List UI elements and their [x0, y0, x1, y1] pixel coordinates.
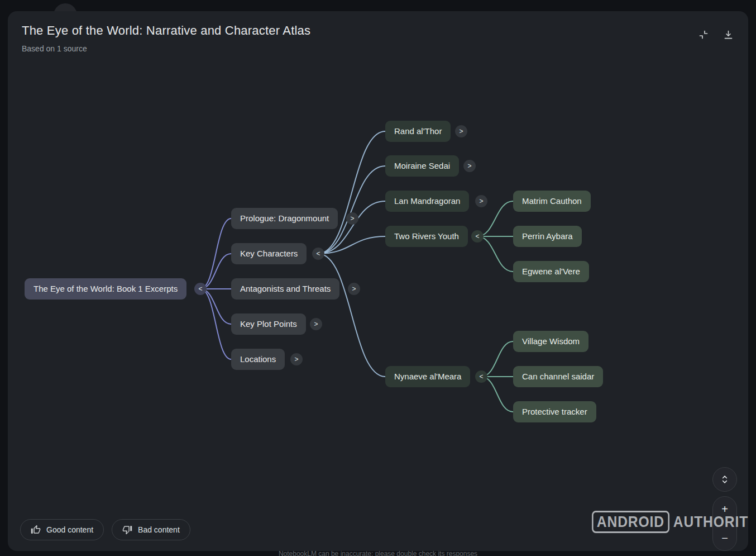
- edge-tworivers-egwene: [477, 236, 513, 272]
- mindmap-node-moiraine[interactable]: Moiraine Sedai: [385, 155, 459, 177]
- download-icon: [722, 29, 734, 41]
- edge-keychar-tworivers: [318, 236, 385, 254]
- mindmap-node-lan[interactable]: Lan Mandragoran: [385, 191, 469, 212]
- mindmap-node-egwene[interactable]: Egwene al'Vere: [513, 261, 589, 282]
- mindmap-node-antag[interactable]: Antagonists and Threats: [231, 278, 339, 300]
- collapse-view-button[interactable]: [697, 28, 710, 41]
- expand-toggle-antag[interactable]: >: [348, 283, 360, 295]
- collapse-toggle-root[interactable]: <: [194, 283, 207, 295]
- thumbs-up-icon: [31, 525, 41, 535]
- bad-content-label: Bad content: [138, 525, 180, 534]
- expand-toggle-lan[interactable]: >: [475, 195, 487, 207]
- mindmap-node-rand[interactable]: Rand al'Thor: [385, 121, 451, 142]
- expand-toggle-rand[interactable]: >: [455, 125, 467, 137]
- mindmap-node-nynaeve[interactable]: Nynaeve al'Meara: [385, 366, 470, 387]
- zoom-out-button[interactable]: −: [721, 533, 728, 544]
- source-count-label: Based on 1 source: [22, 44, 310, 53]
- good-content-button[interactable]: Good content: [20, 519, 104, 540]
- edge-keychar-rand: [318, 131, 385, 254]
- mindmap-node-tracker[interactable]: Protective tracker: [513, 401, 596, 422]
- feedback-bar: Good content Bad content: [20, 519, 190, 540]
- good-content-label: Good content: [46, 525, 93, 534]
- mindmap-node-matrim[interactable]: Matrim Cauthon: [513, 191, 591, 212]
- expand-toggle-prologue[interactable]: >: [346, 212, 358, 225]
- collapse-toggle-keychar[interactable]: <: [312, 248, 324, 260]
- disclaimer-text: NotebookLM can be inaccurate; please dou…: [279, 550, 477, 556]
- zoom-controls: + −: [712, 496, 737, 551]
- bad-content-button[interactable]: Bad content: [112, 519, 190, 540]
- collapse-icon: [698, 29, 709, 40]
- collapse-toggle-nynaeve[interactable]: <: [475, 370, 487, 383]
- expand-toggle-keyplot[interactable]: >: [310, 318, 322, 330]
- zoom-in-button[interactable]: +: [721, 503, 728, 515]
- edge-keychar-nynaeve: [318, 254, 385, 377]
- mindmap-node-keychar[interactable]: Key Characters: [231, 243, 307, 264]
- expand-toggle-moiraine[interactable]: >: [463, 160, 476, 172]
- unfold-icon: [719, 474, 730, 485]
- edge-root-locations: [200, 289, 231, 359]
- mindmap-node-locations[interactable]: Locations: [231, 349, 285, 370]
- edge-root-keyplot: [200, 289, 231, 324]
- mindmap-node-prologue[interactable]: Prologue: Dragonmount: [231, 208, 338, 229]
- page-title: The Eye of the World: Narrative and Char…: [22, 23, 310, 38]
- thumbs-down-icon: [122, 525, 132, 535]
- edge-root-prologue: [200, 218, 231, 289]
- edge-nynaeve-village: [481, 341, 513, 377]
- mindmap-canvas[interactable]: The Eye of the World: Book 1 Excerpts<Pr…: [8, 11, 748, 551]
- header-toolbar: [697, 28, 735, 41]
- edge-nynaeve-tracker: [481, 377, 513, 412]
- header: The Eye of the World: Narrative and Char…: [22, 23, 310, 53]
- fit-view-button[interactable]: [712, 467, 737, 492]
- mindmap-node-keyplot[interactable]: Key Plot Points: [231, 313, 306, 335]
- mindmap-node-saidar[interactable]: Can channel saidar: [513, 366, 603, 387]
- collapse-toggle-tworivers[interactable]: <: [471, 230, 484, 243]
- download-button[interactable]: [721, 28, 735, 41]
- mindmap-node-root[interactable]: The Eye of the World: Book 1 Excerpts: [25, 278, 186, 300]
- mindmap-node-village[interactable]: Village Wisdom: [513, 331, 588, 352]
- mindmap-node-perrin[interactable]: Perrin Aybara: [513, 226, 582, 247]
- mindmap-node-tworivers[interactable]: Two Rivers Youth: [385, 226, 468, 247]
- edge-root-keychar: [200, 254, 231, 289]
- mindmap-panel: The Eye of the World: Narrative and Char…: [8, 11, 748, 551]
- expand-toggle-locations[interactable]: >: [290, 353, 303, 365]
